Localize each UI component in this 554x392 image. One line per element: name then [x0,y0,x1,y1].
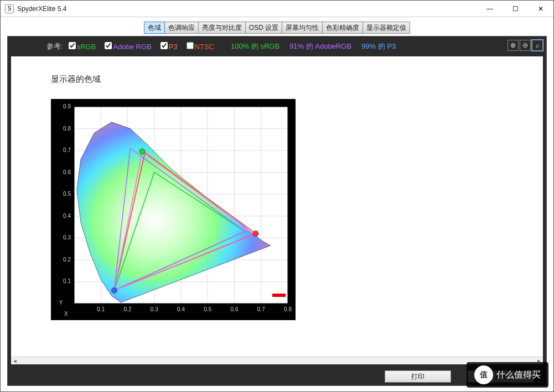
svg-text:0.6: 0.6 [63,169,71,175]
tab-0[interactable]: 色域 [144,22,165,34]
minimize-button[interactable]: — [477,1,503,17]
svg-text:0.1: 0.1 [97,306,105,312]
client-area: 色域色调响应亮度与对比度OSD 设置屏幕均匀性色彩精确度显示器额定值 参考: s… [1,17,553,391]
tab-4[interactable]: 屏幕均匀性 [282,22,323,33]
footer-bar: 打印 关闭 [8,368,546,385]
svg-text:0.3: 0.3 [63,234,71,241]
window-title: SpyderXElite 5.4 [17,5,477,13]
svg-text:0.6: 0.6 [231,306,239,312]
tab-2[interactable]: 亮度与对比度 [199,22,246,33]
print-button[interactable]: 打印 [385,370,451,383]
svg-rect-47 [272,294,286,297]
zoom-out-button[interactable]: ⊖ [520,40,531,51]
maximize-button[interactable]: ☐ [503,1,528,17]
titlebar: S SpyderXElite 5.4 — ☐ ✕ [1,1,553,17]
watermark-badge: 值 什么值得买 [467,362,548,388]
svg-text:0.2: 0.2 [63,257,71,263]
ref-label-ntsc: NTSC [195,43,214,51]
cie-chart: 0.10.20.30.40.50.60.70.80.10.20.30.40.50… [51,99,296,320]
tab-bar: 色域色调响应亮度与对比度OSD 设置屏幕均匀性色彩精确度显示器额定值 [7,22,547,34]
svg-text:0.7: 0.7 [63,147,71,153]
svg-text:0.3: 0.3 [151,306,158,312]
dark-panel: 参考: sRGBAdobe RGBP3NTSC 100% 的 sRGB91% 的… [7,36,547,386]
watermark-icon: 值 [474,365,493,384]
svg-text:0.5: 0.5 [63,191,71,197]
svg-text:X: X [64,311,68,317]
coverage-2: 99% 的 P3 [361,41,396,51]
ref-label-adobergb: Adobe RGB [113,43,151,51]
svg-text:0.5: 0.5 [204,306,211,312]
horizontal-scrollbar[interactable]: ◄ ► [11,357,543,364]
svg-text:0.9: 0.9 [63,103,71,109]
ref-checkbox-adobergb[interactable] [105,43,112,51]
svg-text:0.7: 0.7 [257,306,265,312]
ref-label-p3: P3 [169,43,178,51]
svg-point-25 [111,288,117,293]
svg-text:0.4: 0.4 [63,213,71,219]
content-area: 显示器的色域 0.10.20.30.40.50.60.70.80.10.20.3… [11,56,543,364]
ref-checkbox-ntsc[interactable] [187,43,194,51]
window-controls: — ☐ ✕ [477,1,553,17]
svg-text:0.8: 0.8 [284,306,292,312]
svg-text:0.8: 0.8 [63,126,71,132]
svg-point-23 [253,231,258,236]
tab-1[interactable]: 色调响应 [165,22,199,33]
svg-text:0.1: 0.1 [63,278,71,284]
ref-checkbox-p3[interactable] [160,43,168,51]
coverage-1: 91% 的 AdobeRGB [289,41,351,51]
svg-text:0.2: 0.2 [124,306,132,312]
zoom-fit-button[interactable]: ⌕ [532,40,543,51]
tab-3[interactable]: OSD 设置 [246,22,282,33]
coverage-0: 100% 的 sRGB [231,41,279,51]
app-window: S SpyderXElite 5.4 — ☐ ✕ 色域色调响应亮度与对比度OSD… [0,0,554,392]
ref-label-srgb: sRGB [77,43,96,51]
tab-6[interactable]: 显示器额定值 [363,22,410,33]
close-window-button[interactable]: ✕ [528,1,553,17]
ref-checkbox-srgb[interactable] [69,43,76,51]
zoom-in-button[interactable]: ⊕ [508,40,519,51]
options-row: 参考: sRGBAdobe RGBP3NTSC 100% 的 sRGB91% 的… [8,36,546,56]
scroll-left-icon[interactable]: ◄ [11,357,19,364]
watermark-text: 什么值得买 [496,369,541,381]
zoom-controls: ⊕ ⊖ ⌕ [508,40,543,51]
app-icon: S [5,4,14,13]
content-title: 显示器的色域 [51,74,539,85]
tab-5[interactable]: 色彩精确度 [323,22,363,33]
reference-label: 参考: [46,41,63,51]
svg-text:Y: Y [59,300,63,306]
svg-point-24 [139,149,145,154]
svg-text:0.4: 0.4 [177,306,185,312]
